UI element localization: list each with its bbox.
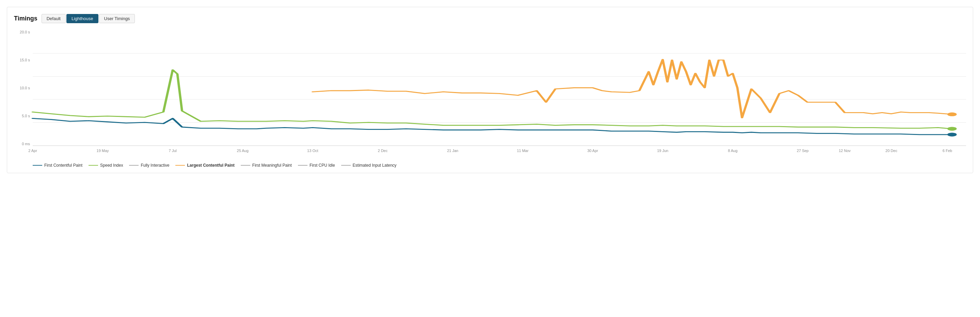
chart-area: 20.0 s15.0 s10.0 s5.0 s0 ms 2 Apr19 May7… bbox=[14, 30, 966, 160]
chart-svg bbox=[33, 30, 966, 146]
y-label: 0 ms bbox=[22, 142, 30, 146]
legend-item-fcp: First Contentful Paint bbox=[33, 163, 83, 168]
x-label: 27 Sep bbox=[797, 149, 809, 153]
legend-item-lcp: Largest Contentful Paint bbox=[175, 163, 234, 168]
header-row: Timings DefaultLighthouseUser Timings bbox=[14, 14, 966, 23]
legend-line-lcp bbox=[175, 165, 185, 166]
legend-line-fci bbox=[298, 165, 307, 166]
legend-line-fmp bbox=[241, 165, 250, 166]
legend-item-fmp: First Meaningful Paint bbox=[241, 163, 292, 168]
svg-point-1 bbox=[947, 127, 956, 131]
y-label: 20.0 s bbox=[20, 30, 30, 34]
legend-item-fci: First CPU Idle bbox=[298, 163, 335, 168]
legend-line-fi bbox=[129, 165, 138, 166]
y-label: 10.0 s bbox=[20, 86, 30, 90]
tab-user-timings[interactable]: User Timings bbox=[99, 14, 135, 23]
x-label: 19 May bbox=[97, 149, 109, 153]
x-label: 25 Aug bbox=[237, 149, 248, 153]
x-label: 7 Jul bbox=[169, 149, 177, 153]
chart-plot bbox=[33, 30, 966, 146]
x-label: 2 Dec bbox=[378, 149, 388, 153]
x-label: 8 Aug bbox=[728, 149, 738, 153]
legend-label-fmp: First Meaningful Paint bbox=[252, 163, 292, 168]
y-axis: 20.0 s15.0 s10.0 s5.0 s0 ms bbox=[14, 30, 33, 146]
legend-item-si: Speed Index bbox=[89, 163, 123, 168]
legend-label-lcp: Largest Contentful Paint bbox=[187, 163, 234, 168]
x-label: 19 Jun bbox=[657, 149, 668, 153]
y-label: 15.0 s bbox=[20, 58, 30, 62]
x-label: 2 Apr bbox=[28, 149, 37, 153]
x-label: 12 Nov bbox=[839, 149, 851, 153]
legend-item-fi: Fully Interactive bbox=[129, 163, 169, 168]
legend-line-eil bbox=[341, 165, 351, 166]
legend-label-fci: First CPU Idle bbox=[310, 163, 335, 168]
tab-lighthouse[interactable]: Lighthouse bbox=[67, 14, 99, 23]
x-label: 30 Apr bbox=[587, 149, 598, 153]
legend-label-si: Speed Index bbox=[100, 163, 123, 168]
svg-point-2 bbox=[947, 112, 956, 116]
x-label: 20 Dec bbox=[885, 149, 897, 153]
y-label: 5.0 s bbox=[22, 114, 30, 118]
x-label: 21 Jan bbox=[447, 149, 458, 153]
svg-point-0 bbox=[947, 133, 956, 136]
legend-line-si bbox=[89, 165, 98, 166]
tab-default[interactable]: Default bbox=[41, 14, 66, 23]
legend-row: First Contentful PaintSpeed IndexFully I… bbox=[14, 163, 966, 168]
legend-label-fi: Fully Interactive bbox=[141, 163, 169, 168]
x-axis: 2 Apr19 May7 Jul25 Aug13 Oct2 Dec21 Jan1… bbox=[33, 147, 966, 160]
tab-group: DefaultLighthouseUser Timings bbox=[41, 14, 135, 23]
x-label: 11 Mar bbox=[517, 149, 528, 153]
section-title: Timings bbox=[14, 15, 37, 22]
legend-label-eil: Estimated Input Latency bbox=[353, 163, 397, 168]
legend-line-fcp bbox=[33, 165, 42, 166]
x-label: 13 Oct bbox=[307, 149, 318, 153]
x-label: 6 Feb bbox=[943, 149, 952, 153]
timings-panel: Timings DefaultLighthouseUser Timings 20… bbox=[7, 7, 973, 173]
legend-item-eil: Estimated Input Latency bbox=[341, 163, 397, 168]
legend-label-fcp: First Contentful Paint bbox=[44, 163, 83, 168]
